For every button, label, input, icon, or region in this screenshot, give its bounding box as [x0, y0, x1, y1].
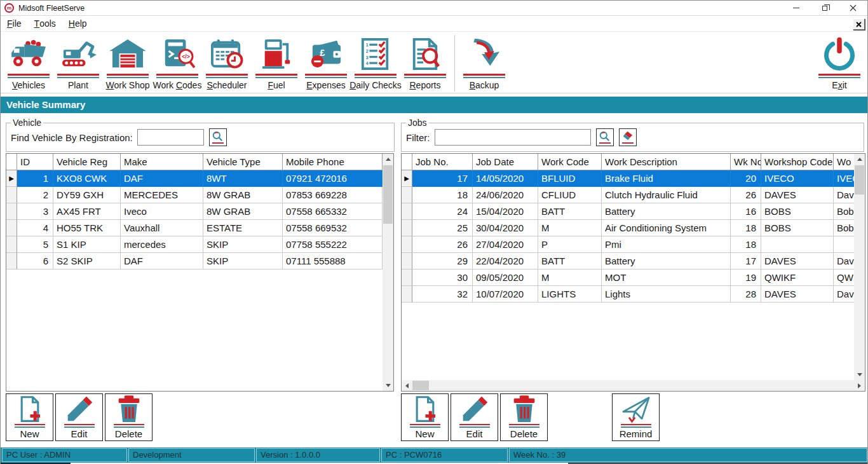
table-cell[interactable]: BOBS — [761, 203, 834, 220]
toolbar-button-exit[interactable]: Exit — [815, 34, 864, 93]
table-row[interactable]: 6S2 SKIPDAFSKIP07111 555888 — [6, 253, 383, 270]
table-cell[interactable]: BOBS — [761, 220, 834, 236]
table-cell[interactable]: Battery — [602, 253, 731, 270]
table-cell[interactable]: DAF — [121, 253, 203, 270]
table-cell[interactable]: 29 — [412, 253, 473, 270]
table-cell[interactable]: 8W GRAB — [203, 203, 283, 220]
table-row[interactable]: 2627/04/2020PPmi18 — [402, 236, 854, 253]
table-cell[interactable]: 6 — [17, 253, 53, 270]
table-cell[interactable]: 24 — [412, 203, 473, 220]
table-cell[interactable]: DAVES — [761, 187, 834, 203]
scrollbar-thumb[interactable] — [855, 165, 864, 194]
table-cell[interactable]: mercedes — [121, 236, 203, 253]
table-cell[interactable]: Bob — [834, 220, 854, 236]
table-cell[interactable]: IVECO — [761, 170, 834, 187]
row-selector[interactable] — [402, 286, 412, 303]
scroll-up-arrow[interactable] — [383, 154, 393, 165]
table-cell[interactable]: 07758 555222 — [283, 236, 383, 253]
table-cell[interactable]: 26 — [412, 236, 473, 253]
table-row[interactable]: 3AX45 FRTIveco8W GRAB07558 665332 — [6, 203, 383, 220]
table-cell[interactable]: QWIKF — [761, 270, 834, 286]
table-cell[interactable]: BFLUID — [538, 170, 602, 187]
toolbar-button-fuel[interactable]: Fuel — [252, 34, 301, 93]
table-cell[interactable]: S2 SKIP — [53, 253, 121, 270]
table-cell[interactable]: Battery — [602, 203, 731, 220]
table-cell[interactable]: 20 — [731, 170, 761, 187]
row-selector[interactable] — [402, 187, 412, 203]
table-cell[interactable]: 07558 665332 — [283, 203, 383, 220]
menu-file[interactable]: File — [1, 16, 28, 31]
table-row[interactable]: 5S1 KIPmercedesSKIP07758 555222 — [6, 236, 383, 253]
table-cell[interactable]: DAF — [121, 170, 203, 187]
table-row[interactable]: 2415/04/2020BATTBattery16BOBSBob — [402, 203, 854, 220]
table-row[interactable]: 1824/06/2020CFLIUDClutch Hydraulic Fluid… — [402, 187, 854, 203]
table-cell[interactable]: Bob — [834, 203, 854, 220]
close-button[interactable] — [839, 1, 867, 15]
table-cell[interactable]: SKIP — [203, 236, 283, 253]
table-cell[interactable]: 18 — [731, 236, 761, 253]
toolbar-button-backup[interactable]: Backup — [459, 34, 509, 93]
table-cell[interactable]: 10/07/2020 — [473, 286, 538, 303]
scroll-up-arrow[interactable] — [854, 154, 865, 165]
vehicle-edit-button[interactable]: Edit — [55, 393, 103, 441]
scrollbar-thumb[interactable] — [412, 381, 429, 390]
table-cell[interactable] — [761, 236, 834, 253]
table-row[interactable]: ▶1KXO8 CWKDAF8WT07921 472016 — [6, 170, 383, 187]
table-cell[interactable]: CFLIUD — [538, 187, 602, 203]
table-cell[interactable]: Dav — [834, 187, 854, 203]
row-selector[interactable] — [402, 220, 412, 236]
row-selector[interactable] — [402, 253, 412, 270]
table-cell[interactable]: MOT — [602, 270, 731, 286]
mdi-close-button[interactable] — [853, 18, 865, 30]
scroll-right-arrow[interactable] — [854, 380, 865, 391]
table-cell[interactable]: ESTATE — [203, 220, 283, 236]
table-cell[interactable]: 5 — [17, 236, 53, 253]
toolbar-button-reports[interactable]: Reports — [400, 34, 450, 93]
toolbar-button-scheduler[interactable]: Scheduler — [202, 34, 252, 93]
scrollbar-thumb[interactable] — [383, 165, 393, 224]
toolbar-button-workcodes[interactable]: </> Work Codes — [153, 34, 202, 93]
table-cell[interactable] — [834, 236, 854, 253]
table-cell[interactable]: Iveco — [121, 203, 203, 220]
toolbar-button-plant[interactable]: Plant — [53, 34, 103, 93]
row-selector[interactable] — [402, 236, 412, 253]
menu-help[interactable]: Help — [62, 16, 93, 31]
table-cell[interactable]: 17 — [731, 253, 761, 270]
toolbar-button-dailychecks[interactable]: 1234 Daily Checks — [351, 34, 400, 93]
row-selector[interactable] — [6, 220, 17, 236]
table-cell[interactable]: M — [538, 220, 602, 236]
table-cell[interactable]: 32 — [412, 286, 473, 303]
table-cell[interactable]: Pmi — [602, 236, 731, 253]
vehicle-new-button[interactable]: New — [6, 393, 53, 441]
table-cell[interactable]: 18 — [731, 220, 761, 236]
jobs-clear-filter-button[interactable] — [619, 128, 637, 146]
row-selector[interactable] — [6, 236, 17, 253]
scroll-left-arrow[interactable] — [402, 380, 412, 391]
restore-button[interactable] — [810, 1, 839, 15]
table-cell[interactable]: P — [538, 236, 602, 253]
table-row[interactable]: 4HO55 TRKVauxhallESTATE07558 669532 — [6, 220, 383, 236]
table-cell[interactable]: S1 KIP — [53, 236, 121, 253]
table-cell[interactable]: Dav — [834, 286, 854, 303]
job-new-button[interactable]: New — [401, 393, 449, 441]
table-cell[interactable]: 15/04/2020 — [473, 203, 538, 220]
table-cell[interactable]: 17 — [412, 170, 473, 187]
row-selector[interactable] — [6, 253, 17, 270]
table-cell[interactable]: 1 — [17, 170, 53, 187]
vehicle-search-button[interactable] — [209, 128, 227, 146]
table-cell[interactable]: DAVES — [761, 253, 834, 270]
table-cell[interactable]: 28 — [731, 286, 761, 303]
table-cell[interactable]: 19 — [731, 270, 761, 286]
jobs-filter-input[interactable] — [435, 129, 591, 146]
table-cell[interactable]: 8W GRAB — [203, 187, 283, 203]
toolbar-button-expenses[interactable]: £ Expenses — [301, 34, 351, 93]
table-cell[interactable]: IVEC — [834, 170, 854, 187]
current-row-marker[interactable]: ▶ — [6, 170, 17, 187]
table-cell[interactable]: Dav — [834, 253, 854, 270]
table-cell[interactable]: 14/05/2020 — [473, 170, 538, 187]
row-selector[interactable] — [6, 203, 17, 220]
table-cell[interactable]: 16 — [731, 203, 761, 220]
table-cell[interactable]: DAVES — [761, 286, 834, 303]
vehicle-table-vertical-scrollbar[interactable] — [383, 154, 393, 391]
table-cell[interactable]: 07111 555888 — [283, 253, 383, 270]
